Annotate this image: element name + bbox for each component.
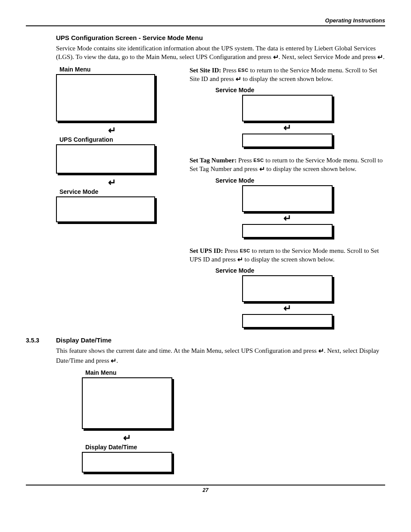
text: to display the screen shown below. [265, 165, 357, 172]
label-service-mode: Service Mode [215, 267, 254, 274]
label-service-mode: Service Mode [59, 188, 168, 195]
text: . [383, 53, 385, 60]
enter-icon: ↵ [283, 304, 291, 313]
screen-ups-config [56, 144, 155, 174]
enter-icon: ↵ [56, 178, 168, 187]
datetime-screens: Main Menu ↵ Display Date/Time [82, 369, 385, 473]
term-set-site-id: Set Site ID: [190, 67, 221, 74]
term-set-ups-id: Set UPS ID: [190, 247, 223, 254]
enter-icon: ↵ [318, 346, 324, 356]
section-title-ups-config: UPS Configuration Screen - Service Mode … [56, 34, 385, 41]
enter-icon: ↵ [111, 356, 116, 366]
label-service-mode: Service Mode [215, 177, 254, 184]
section-heading-display-datetime: Display Date/Time [56, 336, 112, 344]
display-datetime-block: Display Date/Time [82, 444, 385, 473]
service-mode-block: Service Mode [56, 188, 168, 222]
text: to display the screen shown below. [243, 256, 335, 263]
page-footer: 27 [26, 485, 385, 493]
enter-icon: ↵ [236, 75, 241, 84]
text: . [116, 357, 118, 364]
screen-tag-bottom [242, 224, 333, 238]
text: Press [223, 247, 240, 254]
ups-id-screens: Service Mode ↵ [190, 267, 385, 328]
text: This feature shows the current date and … [56, 347, 318, 354]
enter-icon: ↵ [377, 53, 383, 62]
text: Press [221, 67, 238, 74]
label-main-menu: Main Menu [59, 66, 168, 73]
screen-ups-id-top [242, 275, 333, 302]
enter-icon: ↵ [237, 255, 243, 264]
text: . Next, select Service Mode and press [279, 53, 378, 60]
screen-main-menu-2 [82, 377, 172, 429]
screen-site-id-top [242, 95, 333, 121]
set-site-id-para: Set Site ID: Press ESC to return to the … [190, 66, 385, 84]
screen-site-id-bottom [242, 134, 333, 147]
section-number: 3.5.3 [26, 337, 56, 344]
left-column: Main Menu ↵ UPS Configuration ↵ Service … [56, 66, 168, 330]
set-tag-number-para: Set Tag Number: Press ESC to return to t… [190, 156, 385, 174]
ups-config-block: UPS Configuration [56, 136, 168, 174]
enter-icon: ↵ [283, 123, 291, 133]
esc-icon: ESC [238, 67, 249, 74]
enter-icon: ↵ [56, 126, 168, 135]
two-column-layout: Main Menu ↵ UPS Configuration ↵ Service … [56, 66, 385, 330]
right-column: Set Site ID: Press ESC to return to the … [190, 66, 385, 330]
label-service-mode: Service Mode [215, 87, 254, 93]
tag-number-screens: Service Mode ↵ [190, 177, 385, 238]
screen-service-mode [56, 196, 155, 222]
main-menu-block-2: Main Menu [82, 369, 385, 429]
page-number: 27 [202, 487, 208, 493]
main-menu-block: Main Menu [56, 66, 168, 121]
text: to display the screen shown below. [241, 75, 333, 82]
term-set-tag-number: Set Tag Number: [190, 157, 237, 164]
display-datetime-intro: This feature shows the current date and … [56, 346, 385, 366]
running-header: Operating Instructions [26, 17, 385, 26]
site-id-screens: Service Mode ↵ [190, 87, 385, 147]
screen-display-datetime [82, 452, 172, 473]
set-ups-id-para: Set UPS ID: Press ESC to return to the S… [190, 246, 385, 265]
screen-main-menu [56, 74, 155, 121]
esc-icon: ESC [253, 157, 264, 164]
enter-icon: ↵ [259, 165, 265, 174]
esc-icon: ESC [240, 248, 250, 254]
label-display-datetime: Display Date/Time [85, 444, 385, 451]
label-ups-config: UPS Configuration [59, 136, 168, 143]
screen-ups-id-bottom [242, 314, 333, 328]
label-main-menu: Main Menu [85, 369, 385, 376]
enter-icon: ↵ [82, 433, 172, 443]
enter-icon: ↵ [283, 214, 291, 223]
screen-tag-top [242, 185, 333, 212]
enter-icon: ↵ [273, 53, 279, 62]
section-3-5-3-row: 3.5.3 Display Date/Time [26, 336, 385, 344]
text: Press [237, 157, 253, 164]
intro-paragraph-1: Service Mode contains site identificatio… [56, 44, 385, 62]
